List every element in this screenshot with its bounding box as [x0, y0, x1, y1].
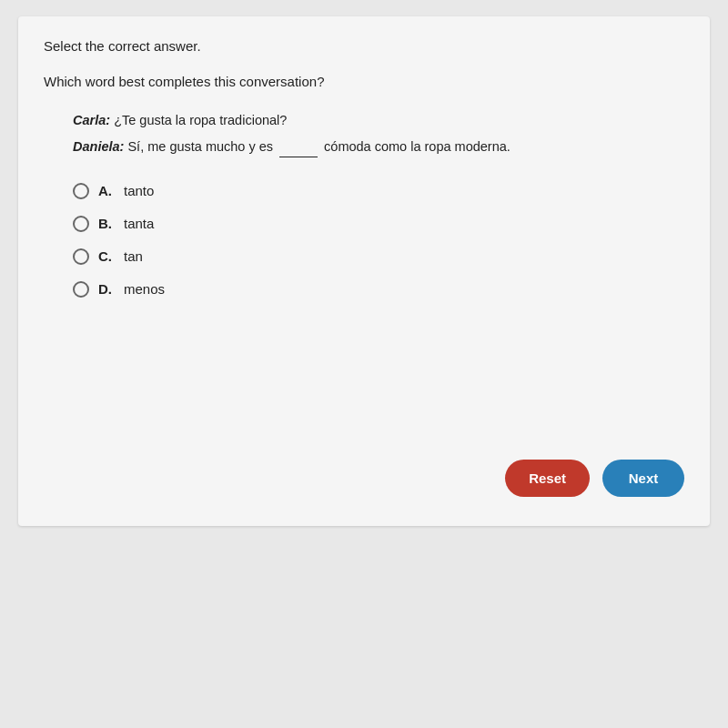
conversation-line-1: Carla: ¿Te gusta la ropa tradicional?	[73, 111, 684, 131]
radio-d[interactable]	[73, 281, 89, 298]
option-text-b: tanta	[124, 216, 154, 231]
speaker-daniela: Daniela:	[73, 139, 124, 154]
buttons-row: Reset Next	[505, 460, 684, 497]
daniela-line-text2: cómoda como la ropa moderna.	[324, 139, 511, 154]
option-label-b: B.	[98, 216, 124, 231]
daniela-line-text1: Sí, me gusta mucho y es	[124, 139, 273, 154]
option-text-a: tanto	[124, 183, 154, 198]
option-text-c: tan	[124, 248, 143, 264]
next-button[interactable]: Next	[602, 460, 684, 497]
conversation-line-2: Daniela: Sí, me gusta mucho y es cómoda …	[73, 136, 684, 157]
radio-a[interactable]	[73, 183, 89, 199]
speaker-carla: Carla:	[73, 113, 110, 127]
option-label-a: A.	[98, 183, 124, 198]
option-row-c[interactable]: C. tan	[73, 248, 684, 265]
option-row-b[interactable]: B. tanta	[73, 216, 684, 232]
options-block: A. tanto B. tanta C. tan D. menos	[73, 183, 684, 298]
option-label-c: C.	[98, 248, 124, 264]
carla-line-text: ¿Te gusta la ropa tradicional?	[110, 113, 287, 127]
radio-c[interactable]	[73, 248, 89, 265]
option-label-d: D.	[98, 281, 124, 297]
conversation-block: Carla: ¿Te gusta la ropa tradicional? Da…	[73, 111, 684, 157]
question-text: Which word best completes this conversat…	[44, 74, 684, 89]
option-row-d[interactable]: D. menos	[73, 281, 684, 298]
reset-button[interactable]: Reset	[505, 460, 590, 497]
quiz-card: Select the correct answer. Which word be…	[18, 16, 710, 526]
option-text-d: menos	[124, 281, 165, 297]
radio-b[interactable]	[73, 216, 89, 232]
option-row-a[interactable]: A. tanto	[73, 183, 684, 199]
blank-space	[279, 136, 318, 157]
instruction-text: Select the correct answer.	[44, 38, 684, 54]
